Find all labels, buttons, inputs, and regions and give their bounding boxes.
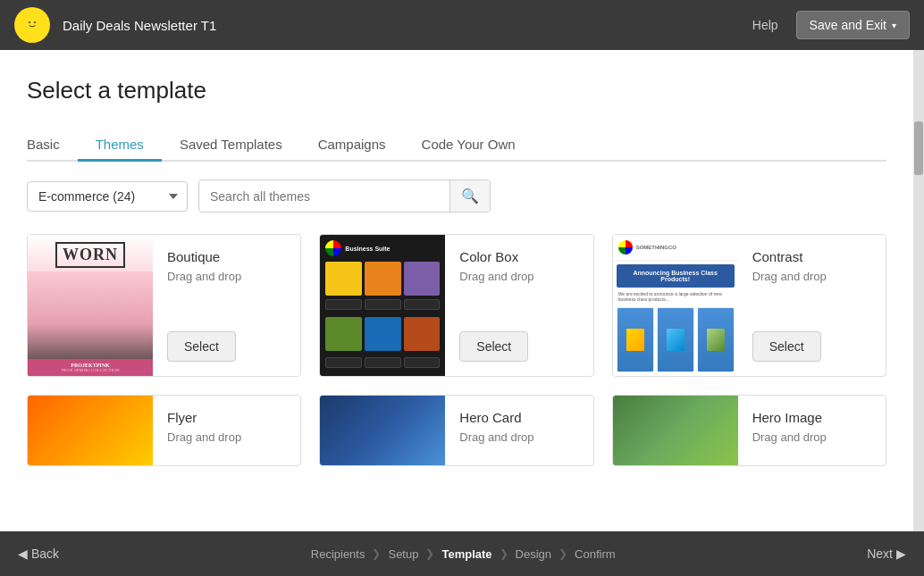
scrollbar[interactable] (913, 50, 924, 531)
svg-point-2 (34, 21, 36, 23)
boutique-sub-text: NEUE SPRING COLLECTION (31, 368, 149, 372)
back-label: Back (31, 547, 59, 561)
search-input[interactable] (199, 182, 449, 211)
search-box: 🔍 (198, 179, 491, 213)
step-arrow-2: ❯ (425, 547, 434, 560)
colorbox-logo (325, 240, 341, 256)
contrast-product-2 (657, 307, 694, 372)
colorbox-label-1 (325, 299, 362, 310)
search-icon: 🔍 (461, 188, 479, 204)
tab-code-your-own[interactable]: Code Your Own (404, 129, 533, 162)
colorbox-select-button[interactable]: Select (459, 331, 528, 362)
flyer-info: Flyer Drag and drop (153, 396, 300, 465)
colorbox-box-red (404, 317, 441, 351)
boutique-info: Boutique Drag and drop Select (153, 235, 300, 376)
boutique-select-button[interactable]: Select (167, 331, 236, 362)
contrast-logo (618, 240, 633, 255)
next-arrow-icon: ▶ (896, 547, 906, 561)
colorbox-box-blue (365, 317, 401, 351)
search-button[interactable]: 🔍 (449, 180, 490, 212)
template-card-contrast: SOMETHINGCO Announcing Business Class Pr… (612, 234, 886, 377)
heroimage-type: Drag and drop (752, 430, 871, 451)
next-label: Next (867, 547, 893, 561)
contrast-select-button[interactable]: Select (752, 331, 821, 362)
boutique-name: Boutique (167, 249, 286, 264)
back-button[interactable]: ◀ Back (18, 547, 59, 561)
boutique-bottom-banner: PROJEKTPINK NEUE SPRING COLLECTION (28, 359, 153, 376)
topbar: Daily Deals Newsletter T1 Help Save and … (0, 0, 924, 50)
contrast-body-text: We are excited to announce a large selec… (613, 291, 738, 304)
contrast-product-3 (697, 307, 735, 372)
contrast-type: Drag and drop (752, 270, 871, 326)
contrast-products (613, 304, 738, 376)
tab-bar: Basic Themes Saved Templates Campaigns C… (27, 129, 886, 162)
template-thumb-herocard (320, 396, 445, 465)
colorbox-box-yellow (325, 262, 362, 296)
svg-point-3 (37, 21, 40, 27)
colorbox-box-green (325, 317, 362, 351)
step-setup: Setup (388, 547, 418, 561)
heroimage-info: Hero Image Drag and drop (738, 396, 886, 465)
product-box-3 (707, 329, 725, 351)
colorbox-box-purple (404, 262, 441, 296)
colorbox-row-2 (325, 317, 440, 351)
step-arrow-4: ❯ (559, 547, 567, 560)
step-indicator: Recipients ❯ Setup ❯ Template ❯ Design ❯… (311, 547, 616, 561)
template-grid: WORN PROJEKTPINK NEUE SPRING COLLECTION … (27, 234, 886, 466)
step-design: Design (516, 547, 551, 561)
tab-themes[interactable]: Themes (78, 129, 162, 162)
save-exit-button[interactable]: Save and Exit ▾ (796, 11, 910, 39)
contrast-product-1 (617, 307, 654, 372)
colorbox-info: Color Box Drag and drop Select (445, 235, 592, 376)
colorbox-labels (325, 299, 440, 310)
template-card-colorbox: Business Suite (319, 234, 593, 377)
contrast-info: Contrast Drag and drop Select (738, 235, 886, 376)
colorbox-label-3 (404, 299, 441, 310)
colorbox-label-6 (404, 357, 441, 368)
scrollbar-thumb[interactable] (914, 121, 923, 175)
tab-basic[interactable]: Basic (27, 129, 78, 162)
back-arrow-icon: ◀ (18, 547, 28, 561)
step-confirm: Confirm (575, 547, 616, 561)
colorbox-box-orange (365, 262, 401, 296)
contrast-banner-text: Announcing Business Class Products! (622, 270, 729, 282)
contrast-name: Contrast (752, 249, 871, 264)
svg-point-1 (29, 21, 30, 23)
template-card-flyer: Flyer Drag and drop (27, 395, 301, 466)
herocard-name: Hero Card (459, 410, 578, 425)
flyer-type: Drag and drop (167, 430, 286, 451)
colorbox-row-1 (325, 262, 440, 296)
flyer-name: Flyer (167, 410, 286, 425)
colorbox-name: Color Box (459, 249, 578, 264)
template-thumb-contrast: SOMETHINGCO Announcing Business Class Pr… (613, 235, 738, 376)
step-template: Template (441, 547, 491, 561)
help-button[interactable]: Help (752, 18, 778, 32)
tab-saved-templates[interactable]: Saved Templates (162, 129, 300, 162)
main-wrapper: Select a template Basic Themes Saved Tem… (0, 50, 924, 531)
template-thumb-flyer (28, 396, 153, 465)
template-card-heroimage: Hero Image Drag and drop (612, 395, 886, 466)
tab-campaigns[interactable]: Campaigns (300, 129, 404, 162)
colorbox-label-2 (365, 299, 401, 310)
page-body: Select a template Basic Themes Saved Tem… (0, 50, 913, 531)
template-thumb-heroimage (613, 396, 738, 465)
colorbox-labels-2 (325, 357, 440, 368)
herocard-type: Drag and drop (459, 430, 578, 451)
colorbox-type: Drag and drop (459, 270, 578, 326)
mailchimp-logo (14, 7, 50, 43)
filter-bar: E-commerce (24) 🔍 (27, 179, 886, 213)
colorbox-header: Business Suite (325, 240, 440, 256)
contrast-banner: Announcing Business Class Products! (617, 264, 735, 288)
heroimage-name: Hero Image (752, 410, 871, 425)
product-box-1 (626, 329, 644, 351)
product-box-2 (667, 329, 685, 351)
herocard-info: Hero Card Drag and drop (445, 396, 592, 465)
campaign-title: Daily Deals Newsletter T1 (63, 18, 752, 33)
contrast-logo-text: SOMETHINGCO (636, 245, 676, 250)
step-arrow-1: ❯ (372, 547, 381, 560)
save-exit-label: Save and Exit (810, 18, 886, 32)
colorbox-header-text: Business Suite (345, 246, 390, 252)
category-dropdown[interactable]: E-commerce (24) (27, 181, 188, 212)
next-button[interactable]: Next ▶ (867, 547, 906, 561)
template-thumb-colorbox: Business Suite (320, 235, 445, 376)
